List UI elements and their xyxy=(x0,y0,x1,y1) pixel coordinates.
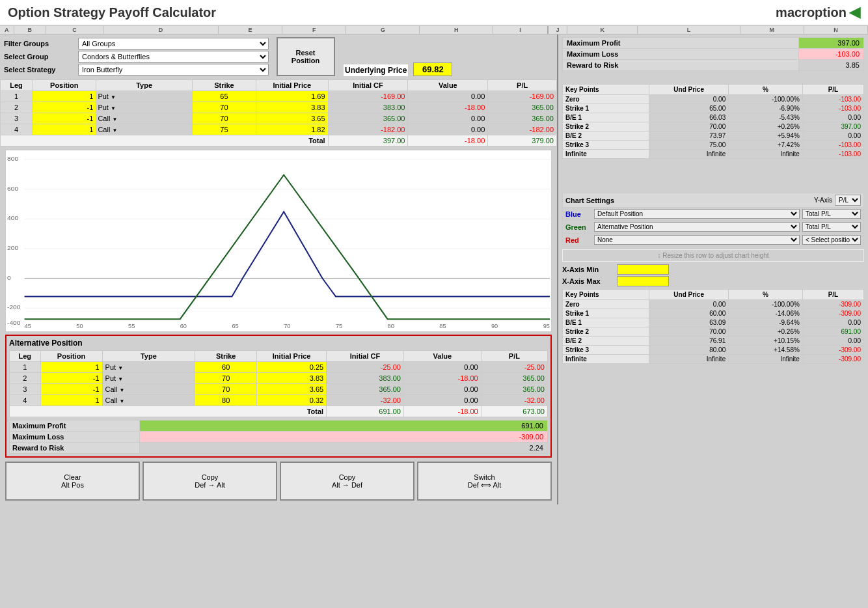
kp-pct-1: -6.90% xyxy=(729,104,803,113)
yaxis-select[interactable]: P/L xyxy=(835,195,861,206)
select-strategy-select[interactable]: Iron Butterfly xyxy=(78,64,269,76)
alt-max-loss-value: -309.00 xyxy=(140,432,548,443)
logo-text: macroption xyxy=(776,5,847,20)
alt-leg-initial-price-1[interactable]: 0.25 xyxy=(257,362,327,373)
green-metric-select[interactable]: Total P/L xyxy=(802,222,861,232)
xaxis-max-label: X-Axis Max xyxy=(562,277,614,285)
leg-type-2[interactable]: Put ▼ xyxy=(96,102,192,113)
clear-alt-pos-button[interactable]: Clear Alt Pos xyxy=(5,462,140,501)
xaxis-max-input[interactable] xyxy=(617,276,669,286)
akp-label-4: B/E 2 xyxy=(563,337,649,346)
alt-leg-pos-4[interactable]: 1 xyxy=(40,395,102,406)
alt-leg-strike-4[interactable]: 80 xyxy=(195,395,257,406)
akp-header-label: Key Points xyxy=(563,290,649,300)
kp-pct-4: +5.94% xyxy=(729,131,803,141)
total-cf: 397.00 xyxy=(328,135,408,146)
alt-leg-type-2[interactable]: Put ▼ xyxy=(102,373,195,384)
alt-leg-strike-3[interactable]: 70 xyxy=(195,384,257,395)
leg-initial-price-2[interactable]: 3.83 xyxy=(256,102,329,113)
alt-leg-pl-1: -25.00 xyxy=(481,362,547,373)
kp-label-3: Strike 2 xyxy=(563,122,649,131)
kp-label-1: Strike 1 xyxy=(563,104,649,113)
alt-leg-strike-1[interactable]: 60 xyxy=(195,362,257,373)
kp-und-5: 75.00 xyxy=(649,141,729,150)
leg-strike-3[interactable]: 70 xyxy=(192,113,256,124)
alt-leg-initial-price-3[interactable]: 3.65 xyxy=(257,384,327,395)
leg-type-1[interactable]: Put ▼ xyxy=(96,91,192,102)
total-pl: 379.00 xyxy=(488,135,557,146)
filter-groups-label: Filter Groups xyxy=(4,40,75,48)
akp-und-2: 63.09 xyxy=(649,318,729,327)
alt-leg-pos-2[interactable]: -1 xyxy=(40,373,102,384)
leg-initial-price-3[interactable]: 3.65 xyxy=(256,113,329,124)
kp-label-2: B/E 1 xyxy=(563,113,649,122)
leg-initial-price-4[interactable]: 1.82 xyxy=(256,124,329,135)
leg-type-3[interactable]: Call ▼ xyxy=(96,113,192,124)
akp-pct-6: Infinite xyxy=(729,355,803,364)
akp-pct-3: +0.26% xyxy=(729,327,803,337)
leg-pos-3[interactable]: -1 xyxy=(33,113,96,124)
akp-pl-3: 691.00 xyxy=(802,327,863,337)
green-position-select[interactable]: Alternative Position xyxy=(594,222,800,232)
filter-groups-select[interactable]: All Groups xyxy=(78,38,269,49)
rtr-label: Reward to Risk xyxy=(563,60,799,71)
select-group-select[interactable]: Condors & Butterflies xyxy=(78,51,269,62)
alt-leg-num-2: 2 xyxy=(10,373,41,384)
blue-position-select[interactable]: Default Position xyxy=(594,209,800,219)
alt-max-profit-label: Maximum Profit xyxy=(10,421,140,432)
col-type: Type xyxy=(96,80,192,91)
reset-position-button[interactable]: Reset Position xyxy=(277,37,335,76)
leg-type-4[interactable]: Call ▼ xyxy=(96,124,192,135)
leg-pos-4[interactable]: 1 xyxy=(33,124,96,135)
svg-text:55: 55 xyxy=(128,323,135,329)
leg-pl-4: -182.00 xyxy=(488,124,557,135)
alt-leg-pos-3[interactable]: -1 xyxy=(40,384,102,395)
alt-leg-strike-2[interactable]: 70 xyxy=(195,373,257,384)
kp-label-6: Infinite xyxy=(563,150,649,159)
alt-col-value: Value xyxy=(403,351,481,362)
akp-header-und: Und Price xyxy=(649,290,729,300)
alt-leg-pos-1[interactable]: 1 xyxy=(40,362,102,373)
red-position-select[interactable]: None xyxy=(594,235,800,245)
total-label: Total xyxy=(1,135,329,146)
alt-position-title: Alternative Position xyxy=(9,339,548,348)
alt-leg-type-1[interactable]: Put ▼ xyxy=(102,362,195,373)
copy-alt-def-button[interactable]: Copy Alt → Def xyxy=(280,462,414,501)
leg-strike-1[interactable]: 65 xyxy=(192,91,256,102)
alt-leg-cf-4: -32.00 xyxy=(327,395,404,406)
blue-metric-select[interactable]: Total P/L xyxy=(802,209,861,219)
col-strike: Strike xyxy=(192,80,256,91)
leg-pos-2[interactable]: -1 xyxy=(33,102,96,113)
akp-pl-1: -309.00 xyxy=(802,309,863,318)
kp-und-6: Infinite xyxy=(649,150,729,159)
alt-leg-num-3: 3 xyxy=(10,384,41,395)
leg-num-1: 1 xyxy=(1,91,33,102)
leg-strike-4[interactable]: 75 xyxy=(192,124,256,135)
akp-und-1: 60.00 xyxy=(649,309,729,318)
copy-def-alt-button[interactable]: Copy Def → Alt xyxy=(142,462,277,501)
leg-strike-2[interactable]: 70 xyxy=(192,102,256,113)
akp-und-4: 76.91 xyxy=(649,337,729,346)
kp-pl-2: 0.00 xyxy=(802,113,863,122)
switch-button[interactable]: Switch Def ⟺ Alt xyxy=(417,462,552,501)
alt-leg-type-4[interactable]: Call ▼ xyxy=(102,395,195,406)
kp-label-5: Strike 3 xyxy=(563,141,649,150)
akp-label-1: Strike 1 xyxy=(563,309,649,318)
xaxis-min-input[interactable] xyxy=(617,264,669,275)
alt-leg-initial-price-4[interactable]: 0.32 xyxy=(257,395,327,406)
leg-pos-1[interactable]: 1 xyxy=(33,91,96,102)
alt-max-profit-value: 691.00 xyxy=(140,421,548,432)
kp-pl-3: 397.00 xyxy=(802,122,863,131)
alt-leg-initial-price-2[interactable]: 3.83 xyxy=(257,373,327,384)
col-position: Position xyxy=(33,80,96,91)
red-metric-select[interactable]: < Select position first xyxy=(802,235,861,245)
kp-header-pl: P/L xyxy=(802,85,863,95)
akp-pl-4: 0.00 xyxy=(802,337,863,346)
kp-header-und: Und Price xyxy=(649,85,729,95)
alt-leg-type-3[interactable]: Call ▼ xyxy=(102,384,195,395)
akp-label-0: Zero xyxy=(563,300,649,309)
alt-rtr-value: 2.24 xyxy=(140,443,548,454)
svg-text:200: 200 xyxy=(7,244,18,251)
leg-initial-price-1[interactable]: 1.69 xyxy=(256,91,329,102)
kp-pl-6: -103.00 xyxy=(802,150,863,159)
